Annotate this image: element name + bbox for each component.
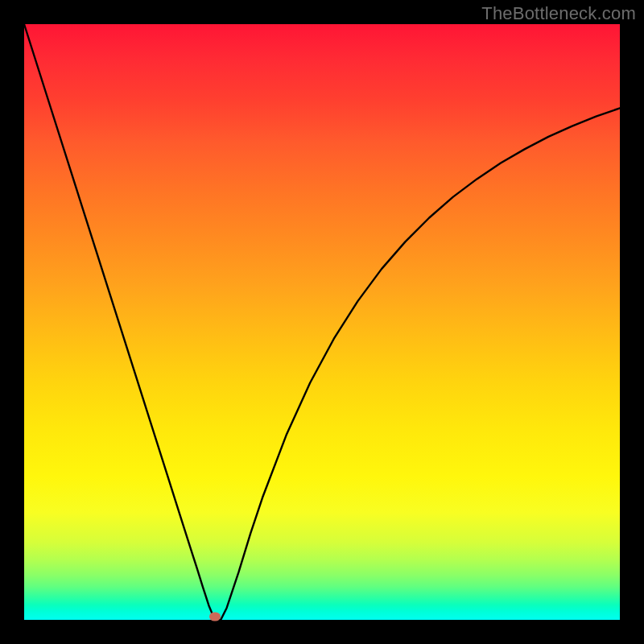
- bottleneck-curve: [24, 24, 620, 620]
- optimal-point-marker: [209, 613, 221, 621]
- chart-frame: TheBottleneck.com: [0, 0, 644, 644]
- plot-area: [24, 24, 620, 620]
- watermark-text: TheBottleneck.com: [481, 3, 636, 24]
